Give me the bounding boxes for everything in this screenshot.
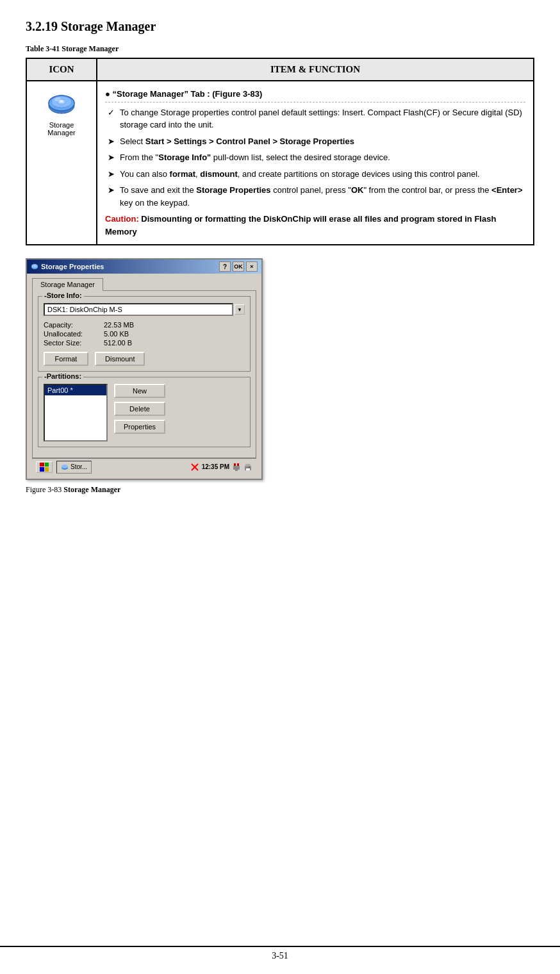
properties-button[interactable]: Properties (114, 420, 165, 434)
storage-manager-tab[interactable]: Storage Manager (32, 278, 103, 291)
storage-dropdown[interactable]: DSK1: DiskOnChip M-S (44, 303, 233, 316)
page-number: 3-51 (272, 951, 288, 961)
svg-rect-19 (245, 464, 251, 466)
bullet-label: “Storage Manager” Tab : (Figure 3-83) (112, 89, 262, 99)
arrow-icon: ➤ (108, 135, 115, 148)
svg-point-9 (33, 265, 36, 267)
partitions-list[interactable]: Part00 * (44, 384, 108, 442)
dismount-button[interactable]: Dismount (95, 352, 145, 366)
caution-label: Caution: (105, 214, 139, 224)
info-grid: Capacity: 22.53 MB Unallocated: 5.00 KB … (44, 321, 245, 347)
svg-point-5 (60, 100, 63, 103)
check-text: To change Storage properties control pan… (120, 106, 525, 131)
storage-properties-window: Storage Properties ? OK × Storage Manage… (26, 258, 263, 480)
printer-svg-icon (243, 463, 252, 472)
taskbar: Stor... 12:35 PM (32, 458, 256, 475)
sector-label: Sector Size: (44, 339, 101, 347)
window-icon (31, 263, 38, 270)
icon-label: StorageManager (47, 121, 75, 136)
figure-caption: Figure 3-83 Storage Manager (26, 485, 534, 495)
list-item: ➤ Select Start > Settings > Control Pane… (105, 135, 525, 148)
checkmark-icon: ✓ (108, 106, 115, 131)
flag-q3 (40, 467, 44, 472)
list-item: ➤ You can also format, dismount, and cre… (105, 168, 525, 181)
page-title: 3.2.19 Storage Manager (26, 19, 534, 34)
start-button[interactable] (36, 461, 53, 473)
partitions-content: Part00 * New Delete Properties (44, 384, 245, 442)
check-item: ✓ To change Storage properties control p… (105, 106, 525, 131)
dropdown-arrow-btn[interactable]: ▼ (235, 304, 245, 315)
capacity-value: 22.53 MB (104, 321, 245, 329)
partitions-legend: -Partitions: (42, 372, 83, 380)
partitions-fieldset: -Partitions: Part00 * New Delete Propert… (38, 377, 251, 447)
close-button[interactable]: × (246, 261, 258, 272)
flag-q4 (45, 467, 49, 472)
item-text: From the "Storage Info" pull-down list, … (120, 151, 390, 164)
flag-q1 (40, 463, 44, 467)
storage-manager-icon (46, 88, 77, 119)
format-button[interactable]: Format (44, 352, 88, 366)
ok-button[interactable]: OK (233, 261, 244, 272)
tray-icon-1 (190, 463, 199, 472)
item-text: Select Start > Settings > Control Panel … (120, 135, 354, 148)
svg-point-11 (62, 465, 68, 468)
item-text: To save and exit the Storage Properties … (120, 184, 525, 209)
help-button[interactable]: ? (219, 261, 231, 272)
main-table: ICON ITEM & FUNCTION (26, 58, 534, 245)
col-header-function: ITEM & FUNCTION (97, 58, 534, 81)
delete-button[interactable]: Delete (114, 402, 165, 416)
item-text: You can also format, dismount, and creat… (120, 168, 480, 181)
taskbar-storage-icon (61, 463, 69, 471)
window-controls: ? OK × (219, 261, 258, 272)
tray-icons: 12:35 PM (190, 463, 252, 472)
unallocated-value: 5.00 KB (104, 330, 245, 338)
list-item: ➤ To save and exit the Storage Propertie… (105, 184, 525, 209)
dropdown-value: DSK1: DiskOnChip M-S (47, 306, 122, 313)
bullet-section: ● “Storage Manager” Tab : (Figure 3-83) (105, 88, 525, 103)
icon-cell: StorageManager (26, 81, 97, 245)
scissors-icon (190, 463, 199, 472)
store-info-fieldset: -Store Info: DSK1: DiskOnChip M-S ▼ Capa… (38, 296, 251, 372)
svg-rect-20 (246, 468, 250, 470)
window-tabs: Storage Manager (32, 277, 256, 290)
figure-container: Storage Properties ? OK × Storage Manage… (26, 258, 534, 495)
window-body: Storage Manager -Store Info: DSK1: DiskO… (27, 274, 261, 479)
partition-buttons: New Delete Properties (114, 384, 165, 442)
windows-flag-icon (40, 463, 49, 472)
title-left: Storage Properties (31, 263, 104, 270)
unallocated-label: Unallocated: (44, 330, 101, 338)
partition-item[interactable]: Part00 * (45, 385, 106, 395)
sector-value: 512.00 B (104, 339, 245, 347)
taskbar-app-label: Stor... (70, 463, 87, 470)
list-item: ➤ From the "Storage Info" pull-down list… (105, 151, 525, 164)
taskbar-time: 12:35 PM (202, 463, 229, 470)
col-header-icon: ICON (26, 58, 97, 81)
store-info-row: DSK1: DiskOnChip M-S ▼ (44, 303, 245, 316)
window-title: Storage Properties (41, 263, 104, 270)
power-plug-icon (232, 463, 241, 472)
svg-point-21 (249, 466, 250, 468)
storage-manager-icon-wrapper: StorageManager (35, 88, 88, 136)
content-cell: ● “Storage Manager” Tab : (Figure 3-83) … (97, 81, 534, 245)
taskbar-app-item[interactable]: Stor... (56, 461, 92, 474)
power-icon (232, 463, 241, 472)
printer-icon (243, 463, 252, 472)
arrow-list: ➤ Select Start > Settings > Control Pane… (105, 135, 525, 210)
caution-text: Dismounting or formatting the DiskOnChip… (105, 214, 496, 236)
caution-paragraph: Caution: Dismounting or formatting the D… (105, 213, 525, 238)
window-panel: -Store Info: DSK1: DiskOnChip M-S ▼ Capa… (32, 290, 256, 458)
format-dismount-row: Format Dismount (44, 352, 245, 366)
capacity-label: Capacity: (44, 321, 101, 329)
new-button[interactable]: New (114, 384, 165, 398)
store-info-legend: -Store Info: (42, 292, 84, 299)
table-caption: Table 3-41 Storage Manager (26, 44, 534, 54)
page-footer: 3-51 (0, 946, 560, 961)
svg-rect-17 (235, 470, 238, 471)
arrow-icon: ➤ (108, 168, 115, 181)
svg-rect-16 (233, 466, 240, 470)
bullet-dot: ● (105, 89, 112, 99)
arrow-icon: ➤ (108, 151, 115, 164)
flag-q2 (45, 463, 49, 467)
window-titlebar: Storage Properties ? OK × (27, 260, 261, 274)
arrow-icon: ➤ (108, 184, 115, 209)
